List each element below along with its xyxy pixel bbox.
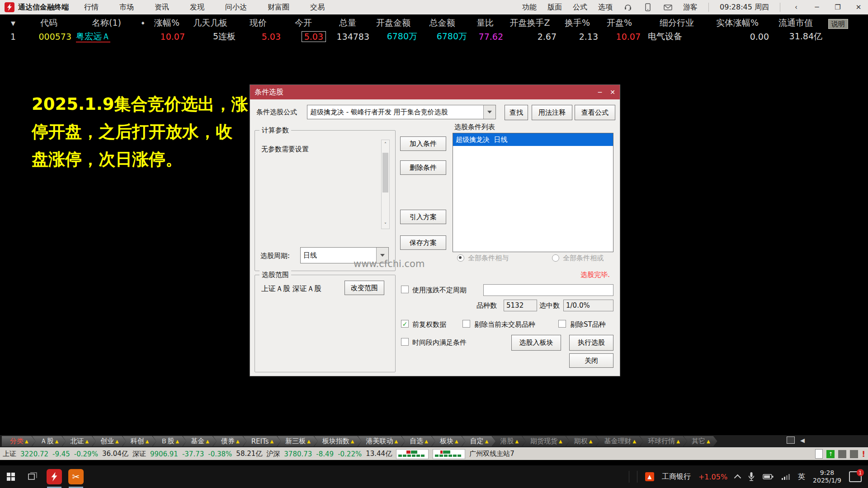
menu-layout[interactable]: 版面 (547, 3, 562, 12)
maximize-icon[interactable]: ❐ (833, 3, 843, 11)
notification-icon[interactable]: 1 (849, 471, 862, 482)
dropdown-arrow-icon[interactable] (483, 105, 495, 119)
execute-filter-button[interactable]: 执行选股 (569, 335, 613, 351)
taskbar-clock[interactable]: 9:28 2025/1/9 (813, 469, 841, 484)
tdx-taskbar-icon[interactable] (43, 465, 65, 488)
col-code[interactable]: 代码 (26, 17, 71, 29)
index-name[interactable]: 深证 (132, 450, 146, 458)
radio-or-label[interactable]: 全部条件相或 (563, 254, 604, 263)
condition-listbox[interactable]: 超级擒龙决 日线 (453, 133, 613, 252)
menu-functions[interactable]: 功能 (522, 3, 537, 12)
input-language-indicator[interactable]: 英 (798, 472, 805, 482)
mobile-icon[interactable] (643, 3, 652, 12)
tab-custom[interactable]: 自定▲ (462, 436, 496, 446)
menu-market[interactable]: 市场 (119, 3, 134, 12)
tab-watchlist[interactable]: 自选▲ (401, 436, 435, 446)
to-block-button[interactable]: 选股入板块 (511, 335, 561, 351)
tab-funds[interactable]: 基金▲ (183, 436, 217, 446)
battery-icon[interactable] (763, 474, 774, 480)
network-icon[interactable] (781, 473, 790, 480)
index-name[interactable]: 上证 (3, 450, 16, 458)
help-badge[interactable]: 说明 (828, 19, 848, 29)
mail-icon[interactable] (663, 3, 672, 12)
microphone-icon[interactable] (748, 472, 755, 482)
exclude-untraded-checkbox[interactable] (462, 320, 470, 328)
close-dialog-button[interactable]: 关闭 (569, 353, 613, 368)
tab-futures[interactable]: 期货现货▲ (522, 436, 570, 446)
radio-and[interactable] (457, 254, 464, 262)
ticker-stock-pct[interactable]: +1.05% (698, 473, 727, 481)
tab-star[interactable]: 科创▲ (123, 436, 156, 446)
add-condition-button[interactable]: 加入条件 (400, 136, 446, 151)
dialog-titlebar[interactable]: 条件选股 (250, 85, 620, 99)
condition-list-item-selected[interactable]: 超级擒龙决 日线 (453, 133, 613, 146)
timerange-checkbox[interactable] (401, 338, 409, 346)
sort-down-icon[interactable]: ▼ (0, 20, 26, 27)
col-float-cap[interactable]: 流通市值 (769, 17, 822, 29)
tab-window-icon[interactable] (787, 436, 795, 444)
menu-ask[interactable]: 问小达 (225, 3, 247, 12)
index-name[interactable]: 沪深 (266, 450, 280, 458)
scroll-up-icon[interactable]: ˄ (382, 140, 389, 148)
close-icon[interactable]: ✕ (854, 3, 863, 11)
change-range-button[interactable]: 改变范围 (344, 281, 384, 295)
col-name[interactable]: 名称(1) (71, 17, 137, 29)
col-industry[interactable]: 细分行业 (641, 17, 706, 29)
col-turnover[interactable]: 换手% (557, 17, 598, 29)
variable-period-checkbox[interactable] (401, 286, 409, 293)
tab-neeq[interactable]: 新三板▲ (277, 436, 318, 446)
tab-hk-us[interactable]: 港美联动▲ (358, 436, 406, 446)
col-open-turnover[interactable]: 开盘换手Z (503, 17, 557, 29)
radio-or[interactable] (552, 254, 559, 262)
radio-and-label[interactable]: 全部条件相与 (468, 254, 509, 263)
col-open[interactable]: 今开 (281, 17, 326, 29)
save-plan-button[interactable]: 保存方案 (400, 235, 446, 250)
screenshot-taskbar-icon[interactable]: ✂ (65, 465, 87, 488)
col-price[interactable]: 现价 (236, 17, 281, 29)
dialog-close-icon[interactable]: ✕ (606, 85, 619, 99)
col-volume-ratio[interactable]: 量比 (467, 17, 503, 29)
menu-formula[interactable]: 公式 (573, 3, 587, 12)
user-tray-icon[interactable] (850, 450, 858, 458)
tab-options[interactable]: 期权▲ (566, 436, 600, 446)
tray-expand-icon[interactable] (734, 474, 741, 481)
tab-b-shares[interactable]: Ｂ股▲ (153, 436, 187, 446)
server-label[interactable]: 广州双线主站7 (469, 450, 514, 458)
col-open-pct[interactable]: 开盘% (598, 17, 641, 29)
find-button[interactable]: 查找 (505, 105, 528, 120)
headset-icon[interactable] (623, 3, 632, 12)
scrollbar-thumb[interactable] (382, 153, 388, 192)
params-scrollbar[interactable]: ˄ ˅ (381, 140, 390, 229)
exclude-st-checkbox[interactable] (558, 320, 566, 328)
col-body-pct[interactable]: 实体涨幅% (706, 17, 769, 29)
collapse-icon[interactable]: ‹ (791, 3, 801, 11)
tab-others[interactable]: 其它▲ (684, 436, 717, 446)
tab-fund-wealth[interactable]: 基金理财▲ (596, 436, 643, 446)
tab-sectors[interactable]: 板块▲ (432, 436, 466, 446)
tab-global[interactable]: 环球行情▲ (640, 436, 687, 446)
col-open-amount[interactable]: 开盘金额 (369, 17, 417, 29)
menu-discover[interactable]: 发现 (190, 3, 204, 12)
usage-note-button[interactable]: 用法注释 (532, 105, 572, 120)
page-icon[interactable] (815, 449, 823, 459)
stock-ticker-icon[interactable]: ▲ (645, 472, 654, 481)
col-volume[interactable]: 总量 (326, 17, 369, 29)
col-pct[interactable]: 涨幅% (149, 17, 185, 29)
tab-sector-index[interactable]: 板块指数▲ (314, 436, 362, 446)
forward-adjust-checkbox[interactable]: ✓ (401, 320, 409, 328)
formula-combobox[interactable]: 超级擒龙决 - 银峰行者开发 用于集合竞价选股 (307, 105, 496, 119)
tab-scroll-left-icon[interactable]: ◀ (800, 437, 805, 444)
screen-icon[interactable] (838, 450, 846, 458)
tab-reits[interactable]: REITs▲ (243, 436, 281, 446)
tab-bonds[interactable]: 债券▲ (213, 436, 247, 446)
dialog-minimize-icon[interactable]: ─ (594, 85, 606, 99)
minimize-icon[interactable]: ─ (812, 3, 822, 11)
task-view-icon[interactable] (22, 465, 43, 488)
col-total-amount[interactable]: 总金额 (417, 17, 467, 29)
user-label[interactable]: 游客 (683, 3, 698, 12)
tab-a-shares[interactable]: Ａ股▲ (32, 436, 66, 446)
remove-condition-button[interactable]: 删除条件 (400, 160, 446, 175)
menu-quotes[interactable]: 行情 (84, 3, 99, 12)
tab-bse[interactable]: 北证▲ (62, 436, 96, 446)
green-up-icon[interactable]: ↑ (826, 450, 835, 458)
